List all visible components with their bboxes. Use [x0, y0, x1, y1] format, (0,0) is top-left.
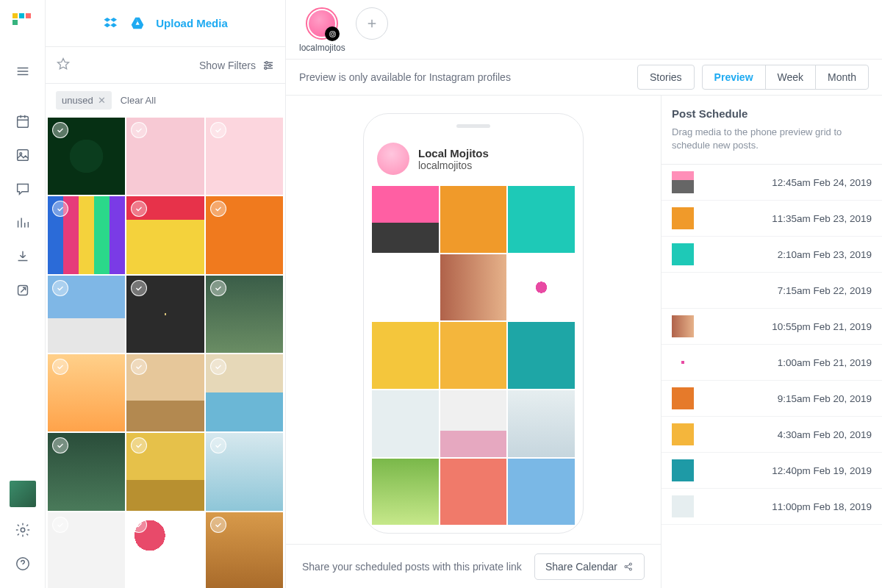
calendar-icon[interactable] [8, 107, 37, 136]
ig-post-cell[interactable] [507, 321, 576, 390]
add-profile-button[interactable] [356, 7, 388, 40]
select-check-icon[interactable] [210, 122, 226, 138]
tab-preview[interactable]: Preview [702, 65, 766, 90]
select-check-icon[interactable] [210, 437, 226, 453]
dropbox-icon[interactable] [103, 15, 119, 32]
library-thumb[interactable] [126, 196, 204, 273]
clear-all-button[interactable]: Clear All [121, 95, 156, 106]
ig-post-cell[interactable] [440, 321, 508, 390]
ig-post-cell[interactable] [507, 458, 576, 526]
select-check-icon[interactable] [210, 517, 226, 533]
select-check-icon[interactable] [52, 517, 68, 533]
show-filters-button[interactable]: Show Filters [199, 59, 275, 72]
select-check-icon[interactable] [131, 122, 147, 138]
library-thumb[interactable] [48, 433, 125, 510]
ig-post-cell[interactable] [371, 390, 440, 458]
tab-month[interactable]: Month [815, 65, 869, 90]
google-drive-icon[interactable] [129, 15, 146, 32]
filter-chip-unused[interactable]: unused ✕ [56, 91, 112, 110]
select-check-icon[interactable] [52, 437, 68, 453]
library-thumb[interactable] [126, 354, 204, 431]
upload-media-link[interactable]: Upload Media [103, 15, 228, 32]
library-filter-bar: Show Filters [46, 47, 285, 84]
schedule-panel: Post Schedule Drag media to the phone pr… [662, 96, 882, 588]
schedule-title: Post Schedule [672, 107, 872, 120]
tab-stories[interactable]: Stories [637, 65, 695, 90]
ig-post-cell[interactable] [440, 185, 508, 254]
library-thumb[interactable] [126, 512, 204, 588]
ig-post-cell[interactable] [371, 185, 440, 254]
library-thumb[interactable] [206, 354, 283, 431]
schedule-time: 11:00pm Feb 18, 2019 [772, 501, 872, 512]
ig-post-cell[interactable] [440, 254, 508, 322]
svg-point-6 [265, 61, 268, 63]
schedule-item[interactable]: 12:40pm Feb 19, 2019 [662, 453, 882, 489]
library-thumb[interactable] [206, 276, 283, 353]
ig-post-cell[interactable] [371, 321, 440, 390]
preview-note: Preview is only available for Instagram … [299, 71, 511, 83]
schedule-item[interactable]: 11:35am Feb 23, 2019 [662, 201, 882, 237]
settings-icon[interactable] [8, 515, 37, 545]
library-thumb[interactable] [126, 276, 204, 353]
library-thumb[interactable] [126, 433, 204, 510]
media-icon[interactable] [8, 140, 37, 170]
analytics-icon[interactable] [8, 208, 37, 237]
schedule-item[interactable]: 2:10am Feb 23, 2019 [662, 237, 882, 273]
ig-grid[interactable] [371, 185, 576, 526]
select-check-icon[interactable] [131, 437, 147, 453]
user-avatar[interactable] [10, 481, 36, 507]
hamburger-icon[interactable] [8, 57, 37, 86]
tab-week[interactable]: Week [765, 65, 817, 90]
ig-post-cell[interactable] [371, 458, 440, 526]
select-check-icon[interactable] [52, 201, 68, 217]
library-thumb[interactable] [126, 118, 204, 195]
help-icon[interactable] [8, 549, 37, 578]
library-thumb[interactable] [48, 276, 125, 353]
ig-post-cell[interactable] [371, 254, 440, 322]
schedule-time: 1:00am Feb 21, 2019 [778, 357, 872, 368]
select-check-icon[interactable] [52, 280, 68, 296]
select-check-icon[interactable] [210, 201, 226, 217]
ig-post-cell[interactable] [440, 458, 508, 526]
favorites-icon[interactable] [56, 57, 71, 74]
share-bar: Share your scheduled posts with this pri… [286, 544, 661, 588]
library-thumb[interactable] [48, 512, 125, 588]
select-check-icon[interactable] [210, 359, 226, 375]
schedule-item[interactable]: 10:55pm Feb 21, 2019 [662, 309, 882, 345]
select-check-icon[interactable] [131, 517, 147, 533]
svg-point-8 [265, 67, 267, 69]
library-thumb[interactable] [48, 196, 125, 273]
schedule-item[interactable]: 4:30am Feb 20, 2019 [662, 417, 882, 453]
library-thumb[interactable] [206, 433, 283, 510]
schedule-time: 4:30am Feb 20, 2019 [778, 429, 872, 440]
conversations-icon[interactable] [8, 174, 37, 204]
svg-point-11 [334, 32, 334, 32]
library-thumb[interactable] [206, 512, 283, 588]
chip-remove-icon[interactable]: ✕ [98, 95, 106, 106]
schedule-item[interactable]: 1:00am Feb 21, 2019 [662, 345, 882, 381]
select-check-icon[interactable] [210, 280, 226, 296]
select-check-icon[interactable] [52, 122, 68, 138]
library-thumb[interactable] [48, 118, 125, 195]
schedule-item[interactable]: 12:45am Feb 24, 2019 [662, 165, 882, 201]
linkinbio-icon[interactable] [8, 276, 37, 305]
svg-point-4 [21, 528, 25, 532]
select-check-icon[interactable] [52, 359, 68, 375]
chip-label: unused [62, 95, 93, 106]
ig-post-cell[interactable] [507, 390, 576, 458]
ig-post-cell[interactable] [507, 185, 576, 254]
profile-avatar[interactable] [306, 7, 338, 40]
share-calendar-button[interactable]: Share Calendar [534, 553, 645, 580]
library-thumb[interactable] [206, 118, 283, 195]
schedule-item[interactable]: 11:00pm Feb 18, 2019 [662, 489, 882, 525]
schedule-item[interactable]: 9:15am Feb 20, 2019 [662, 381, 882, 417]
library-thumb[interactable] [206, 196, 283, 273]
ig-post-cell[interactable] [440, 390, 508, 458]
library-thumb[interactable] [48, 354, 125, 431]
ig-post-cell[interactable] [507, 254, 576, 322]
download-icon[interactable] [8, 242, 37, 271]
schedule-item[interactable]: 7:15am Feb 22, 2019 [662, 273, 882, 309]
select-check-icon[interactable] [131, 201, 147, 217]
select-check-icon[interactable] [131, 280, 147, 296]
select-check-icon[interactable] [131, 359, 147, 375]
